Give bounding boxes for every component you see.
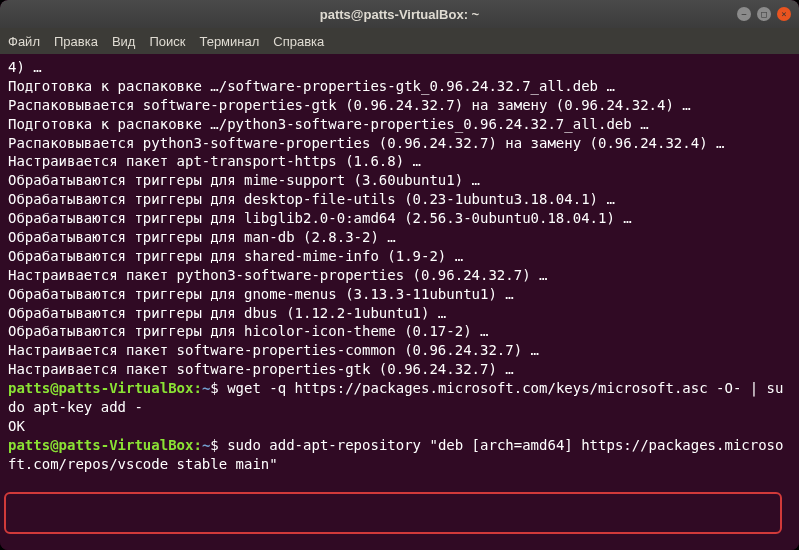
output-line: 4) … <box>8 58 791 77</box>
output-line: Подготовка к распаковке …/software-prope… <box>8 77 791 96</box>
prompt-colon: : <box>193 437 201 453</box>
menu-search[interactable]: Поиск <box>149 34 185 49</box>
window-title: patts@patts-VirtualBox: ~ <box>320 7 479 22</box>
output-line: Распаковывается software-properties-gtk … <box>8 96 791 115</box>
output-line: Подготовка к распаковке …/python3-softwa… <box>8 115 791 134</box>
output-line: Обрабатываются триггеры для gnome-menus … <box>8 285 791 304</box>
minimize-button[interactable]: − <box>737 7 751 21</box>
maximize-button[interactable]: □ <box>757 7 771 21</box>
prompt-dollar: $ <box>210 437 227 453</box>
menu-edit[interactable]: Правка <box>54 34 98 49</box>
output-line: Настраивается пакет apt-transport-https … <box>8 152 791 171</box>
output-line: Обрабатываются триггеры для libglib2.0-0… <box>8 209 791 228</box>
output-line: Обрабатываются триггеры для mime-support… <box>8 171 791 190</box>
output-line: Настраивается пакет python3-software-pro… <box>8 266 791 285</box>
output-line: Обрабатываются триггеры для dbus (1.12.2… <box>8 304 791 323</box>
window-controls: − □ × <box>737 7 791 21</box>
prompt-line: patts@patts-VirtualBox:~$ sudo add-apt-r… <box>8 436 791 474</box>
output-line: Обрабатываются триггеры для hicolor-icon… <box>8 322 791 341</box>
output-line: Обрабатываются триггеры для desktop-file… <box>8 190 791 209</box>
output-line: Настраивается пакет software-properties-… <box>8 341 791 360</box>
prompt-user: patts@patts-VirtualBox <box>8 380 193 396</box>
menubar: Файл Правка Вид Поиск Терминал Справка <box>0 28 799 54</box>
output-line: Распаковывается python3-software-propert… <box>8 134 791 153</box>
menu-file[interactable]: Файл <box>8 34 40 49</box>
output-line: Обрабатываются триггеры для shared-mime-… <box>8 247 791 266</box>
output-line: Настраивается пакет software-properties-… <box>8 360 791 379</box>
highlight-annotation <box>4 492 782 534</box>
menu-help[interactable]: Справка <box>273 34 324 49</box>
prompt-line: patts@patts-VirtualBox:~$ wget -q https:… <box>8 379 791 417</box>
titlebar[interactable]: patts@patts-VirtualBox: ~ − □ × <box>0 0 799 28</box>
prompt-colon: : <box>193 380 201 396</box>
prompt-dollar: $ <box>210 380 227 396</box>
close-button[interactable]: × <box>777 7 791 21</box>
output-line: OK <box>8 417 791 436</box>
terminal-window: patts@patts-VirtualBox: ~ − □ × Файл Пра… <box>0 0 799 550</box>
terminal-area[interactable]: 4) … Подготовка к распаковке …/software-… <box>0 54 799 550</box>
prompt-user: patts@patts-VirtualBox <box>8 437 193 453</box>
menu-terminal[interactable]: Терминал <box>199 34 259 49</box>
output-line: Обрабатываются триггеры для man-db (2.8.… <box>8 228 791 247</box>
menu-view[interactable]: Вид <box>112 34 136 49</box>
